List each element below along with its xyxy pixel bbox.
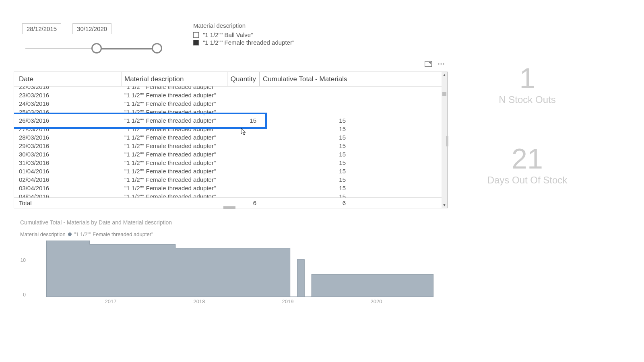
materials-table[interactable]: Date Material description Quantity Cumul… (14, 72, 448, 208)
x-tick: 2019 (282, 298, 294, 304)
scroll-thumb[interactable] (442, 92, 446, 96)
chart-plot-area (32, 241, 455, 297)
cell-date: 30/03/2016 (14, 151, 122, 158)
kpi-stock-outs-label: N Stock Outs (487, 94, 568, 105)
cell-material: "1 1/2"" Female threaded adupter" (122, 193, 227, 197)
table-header-row: Date Material description Quantity Cumul… (14, 72, 447, 86)
cell-cum: 15 (260, 142, 352, 149)
cell-material: "1 1/2"" Female threaded adupter" (122, 159, 227, 166)
cell-date: 01/04/2016 (14, 168, 122, 175)
cell-date: 22/03/2016 (14, 86, 122, 90)
col-header-cumulative[interactable]: Cumulative Total - Materials (260, 72, 352, 86)
date-end-input[interactable]: 30/12/2020 (72, 23, 111, 34)
table-row[interactable]: 30/03/2016"1 1/2"" Female threaded adupt… (14, 150, 447, 158)
cell-material: "1 1/2"" Female threaded adupter" (122, 168, 227, 175)
date-start-input[interactable]: 28/12/2015 (22, 23, 61, 34)
chart-area-series (47, 241, 433, 297)
cell-material: "1 1/2"" Female threaded adupter" (122, 134, 227, 141)
slider-handle-end[interactable] (152, 43, 162, 53)
cell-material: "1 1/2"" Female threaded adupter" (122, 142, 227, 149)
scroll-down-icon[interactable]: ▼ (443, 202, 446, 208)
visual-header (425, 60, 445, 68)
cell-date: 27/03/2016 (14, 125, 122, 132)
cell-cum: 15 (260, 117, 352, 124)
table-row[interactable]: 27/03/2016"1 1/2"" Female threaded adupt… (14, 125, 447, 133)
col-header-material[interactable]: Material description (122, 72, 227, 86)
table-row[interactable]: 31/03/2016"1 1/2"" Female threaded adupt… (14, 158, 447, 167)
cell-material: "1 1/2"" Female threaded adupter" (122, 176, 227, 183)
material-option-ball-valve[interactable]: "1 1/2"" Ball Valve" (193, 31, 294, 38)
visual-resize-handle[interactable] (446, 136, 448, 146)
cell-material: "1 1/2"" Female threaded adupter" (122, 185, 227, 191)
cell-material: "1 1/2"" Female threaded adupter" (122, 117, 227, 124)
material-filter-label: Material description (193, 22, 294, 29)
svg-point-2 (440, 63, 442, 64)
x-tick: 2020 (371, 298, 382, 304)
cell-cum: 15 (260, 151, 352, 158)
cell-date: 31/03/2016 (14, 159, 122, 166)
cell-date: 26/03/2016 (14, 117, 122, 124)
cell-date: 24/03/2016 (14, 100, 122, 107)
svg-point-3 (443, 63, 444, 64)
cell-date: 02/04/2016 (14, 176, 122, 183)
cell-material: "1 1/2"" Female threaded adupter" (122, 125, 227, 132)
kpi-stock-outs: 1 N Stock Outs (487, 64, 568, 105)
cell-material: "1 1/2"" Female threaded adupter" (122, 92, 227, 99)
material-option-label: "1 1/2"" Ball Valve" (203, 31, 253, 38)
slider-handle-start[interactable] (91, 43, 102, 53)
table-row[interactable]: 01/04/2016"1 1/2"" Female threaded adupt… (14, 167, 447, 175)
chart-legend-series: "1 1/2"" Female threaded adupter" (74, 231, 153, 237)
table-row[interactable]: 22/03/2016"1 1/2"" Female threaded adupt… (14, 86, 447, 91)
chart-legend: Material description "1 1/2"" Female thr… (20, 231, 459, 237)
cell-date: 28/03/2016 (14, 134, 122, 141)
cell-cum: 15 (260, 193, 352, 197)
table-row[interactable]: 26/03/2016"1 1/2"" Female threaded adupt… (14, 116, 447, 125)
checkbox-icon[interactable] (193, 32, 199, 38)
kpi-days-out-label: Days Out Of Stock (479, 175, 576, 186)
cell-date: 03/04/2016 (14, 185, 122, 191)
col-header-date[interactable]: Date (14, 72, 122, 86)
chart-legend-label: Material description (20, 231, 66, 237)
legend-marker-icon (68, 232, 72, 236)
cell-date: 25/03/2016 (14, 109, 122, 115)
table-row[interactable]: 25/03/2016"1 1/2"" Female threaded adupt… (14, 108, 447, 116)
cell-cum: 15 (260, 185, 352, 191)
cell-material: "1 1/2"" Female threaded adupter" (122, 151, 227, 158)
cell-cum: 15 (260, 134, 352, 141)
chart-title: Cumulative Total - Materials by Date and… (20, 219, 459, 226)
col-header-quantity[interactable]: Quantity (227, 72, 260, 86)
table-row[interactable]: 28/03/2016"1 1/2"" Female threaded adupt… (14, 133, 447, 142)
table-row[interactable]: 03/04/2016"1 1/2"" Female threaded adupt… (14, 184, 447, 192)
x-tick: 2018 (194, 298, 205, 304)
cell-cum: 15 (260, 159, 352, 166)
cell-date: 29/03/2016 (14, 142, 122, 149)
cell-qty: 15 (227, 117, 260, 124)
table-row[interactable]: 02/04/2016"1 1/2"" Female threaded adupt… (14, 175, 447, 184)
date-range-slicer[interactable]: 28/12/2015 30/12/2020 (22, 23, 175, 55)
material-option-label: "1 1/2"" Female threaded adupter" (203, 39, 294, 46)
checkbox-checked-icon[interactable] (193, 40, 199, 45)
table-row[interactable]: 29/03/2016"1 1/2"" Female threaded adupt… (14, 142, 447, 150)
date-slider-track[interactable] (22, 43, 163, 55)
table-body[interactable]: 22/03/2016"1 1/2"" Female threaded adupt… (14, 86, 447, 197)
table-row[interactable]: 04/04/2016"1 1/2"" Female threaded adupt… (14, 192, 447, 197)
focus-mode-icon[interactable] (425, 60, 432, 68)
cell-material: "1 1/2"" Female threaded adupter" (122, 109, 227, 115)
y-tick: 10 (21, 257, 26, 263)
scroll-up-icon[interactable]: ▲ (443, 72, 446, 78)
x-tick: 2017 (105, 298, 117, 304)
material-filter: Material description "1 1/2"" Ball Valve… (193, 22, 294, 46)
kpi-stock-outs-value: 1 (487, 64, 568, 93)
svg-point-1 (438, 63, 439, 64)
cell-material: "1 1/2"" Female threaded adupter" (122, 100, 227, 107)
kpi-days-out-value: 21 (479, 145, 576, 173)
cell-cum: 15 (260, 125, 352, 132)
more-options-icon[interactable] (438, 60, 445, 68)
material-option-female-adapter[interactable]: "1 1/2"" Female threaded adupter" (193, 39, 294, 46)
table-row[interactable]: 23/03/2016"1 1/2"" Female threaded adupt… (14, 91, 447, 99)
chart-y-axis: 10 0 (18, 241, 26, 297)
cumulative-chart[interactable]: Cumulative Total - Materials by Date and… (20, 219, 459, 305)
table-row[interactable]: 24/03/2016"1 1/2"" Female threaded adupt… (14, 99, 447, 108)
cell-date: 23/03/2016 (14, 92, 122, 99)
table-horizontal-scroll-thumb[interactable] (223, 206, 235, 209)
